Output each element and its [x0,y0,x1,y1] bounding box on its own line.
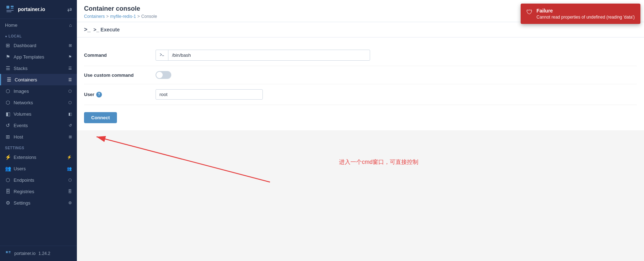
endpoints-nav-icon: ⬡ [68,178,72,182]
home-label: Home [5,22,18,28]
sidebar-item-stacks[interactable]: ☰ Stacks ☰ [0,62,77,74]
command-row: Command [84,45,637,66]
users-icon: 👥 [5,166,11,171]
logo: portainer.io [5,4,45,14]
sidebar-item-label: Endpoints [14,177,34,183]
breadcrumb-current: Console [141,14,157,19]
sidebar-item-label: Users [14,166,26,171]
execute-header: >_ >_ Execute [77,22,644,37]
sidebar-footer: portainer.io 1.24.2 [0,246,77,261]
sidebar-item-containers[interactable]: ☰ Containers ☰ [0,74,77,85]
volumes-nav-icon: ◧ [68,112,72,116]
svg-rect-4 [6,10,14,11]
sidebar-item-app-templates[interactable]: ⚑ App Templates ⚑ [0,51,77,62]
registries-nav-icon: 🗄 [68,189,72,194]
content-area: >_ >_ Execute Command [77,22,644,261]
volumes-icon: ◧ [5,111,11,117]
footer-version: 1.24.2 [38,251,50,256]
svg-rect-9 [9,252,10,253]
footer-logo-icon [5,250,11,257]
command-input-wrapper [156,50,370,61]
svg-rect-2 [11,6,14,7]
svg-rect-3 [11,8,14,9]
sidebar-item-label: Volumes [14,111,31,117]
svg-rect-6 [5,250,11,257]
containers-icon: ☰ [6,77,12,82]
settings-section-label: SETTINGS [0,142,77,151]
execute-label: >_ Execute [93,27,120,32]
sidebar-item-label: Settings [14,200,30,206]
sidebar-item-label: Registries [14,189,34,194]
toast-title: Failure [536,8,635,14]
app-templates-nav-icon: ⚑ [68,55,72,59]
svg-rect-0 [5,4,15,14]
sidebar-item-host[interactable]: ⊞ Host ⊞ [0,131,77,142]
sidebar-item-label: Dashboard [14,43,36,48]
toast-message: Cannot read properties of undefined (rea… [536,15,635,20]
sidebar-item-volumes[interactable]: ◧ Volumes ◧ [0,108,77,120]
user-help-icon[interactable]: ? [96,92,102,97]
events-icon: ↺ [5,122,11,128]
app-templates-icon: ⚑ [5,54,11,60]
stacks-nav-icon: ☰ [68,66,72,71]
sidebar-item-settings[interactable]: ⚙ Settings ⚙ [0,197,77,209]
command-control [156,50,637,61]
sidebar-item-networks[interactable]: ⬡ Networks ⬡ [0,97,77,108]
command-input[interactable] [168,50,370,60]
breadcrumb-sep1: > [106,14,109,19]
toast-content: Failure Cannot read properties of undefi… [536,8,635,20]
host-icon: ⊞ [5,134,11,140]
sidebar-item-images[interactable]: ⬡ Images ⬡ [0,85,77,97]
sidebar-item-label: Events [14,123,28,128]
images-nav-icon: ⬡ [68,89,72,94]
connect-button[interactable]: Connect [84,112,117,123]
toast-shield-icon: 🛡 [526,9,533,16]
sidebar-item-dashboard[interactable]: ⊞ Dashboard ⊞ [0,40,77,51]
sidebar-item-label: Images [14,89,29,94]
user-label: User ? [84,92,156,97]
extensions-icon: ⚡ [5,154,11,160]
user-input[interactable] [156,89,263,100]
registries-icon: 🗄 [5,189,11,194]
user-row: User ? [84,84,637,105]
svg-rect-8 [9,251,10,252]
sidebar-item-extensions[interactable]: ⚡ Extensions ⚡ [0,151,77,163]
sidebar-item-home[interactable]: Home ⌂ [0,19,77,31]
sidebar-item-label: Containers [15,77,37,82]
portainer-logo-icon [5,4,15,14]
breadcrumb-containers[interactable]: Containers [84,14,105,19]
command-shell-icon [156,50,168,60]
sidebar-item-endpoints[interactable]: ⬡ Endpoints ⬡ [0,174,77,186]
stacks-icon: ☰ [5,65,11,71]
sidebar-item-events[interactable]: ↺ Events ↺ [0,120,77,131]
sidebar-item-users[interactable]: 👥 Users 👥 [0,163,77,174]
breadcrumb-container-name[interactable]: myfile-redis-1 [110,14,136,19]
networks-icon: ⬡ [5,100,11,105]
networks-nav-icon: ⬡ [68,100,72,105]
logo-text: portainer.io [18,6,45,12]
settings-nav-icon: ⚙ [68,201,72,205]
sidebar-item-label: App Templates [14,54,44,60]
footer-logo-text: portainer.io [14,251,35,256]
sidebar-item-label: Extensions [14,155,36,160]
settings-icon: ⚙ [5,200,11,206]
extensions-nav-icon: ⚡ [67,155,72,160]
use-custom-label: Use custom command [84,72,156,78]
execute-panel: >_ >_ Execute Command [77,22,644,130]
svg-rect-7 [6,251,8,253]
sidebar-logo-area: portainer.io ⇄ [0,0,77,19]
local-section-label: ● LOCAL [0,31,77,40]
arrow-annotation [77,130,345,187]
images-icon: ⬡ [5,88,11,94]
sidebar-item-label: Networks [14,100,33,105]
home-icon: ⌂ [69,22,72,28]
custom-command-toggle[interactable] [156,71,171,79]
transfer-icon[interactable]: ⇄ [67,6,72,13]
dashboard-nav-icon: ⊞ [69,43,72,48]
toggle-control [156,71,637,79]
events-nav-icon: ↺ [69,123,72,128]
sidebar-item-label: Host [14,134,23,140]
containers-nav-icon: ☰ [68,77,72,82]
error-toast: 🛡 Failure Cannot read properties of unde… [521,4,640,24]
sidebar-item-registries[interactable]: 🗄 Registries 🗄 [0,186,77,197]
